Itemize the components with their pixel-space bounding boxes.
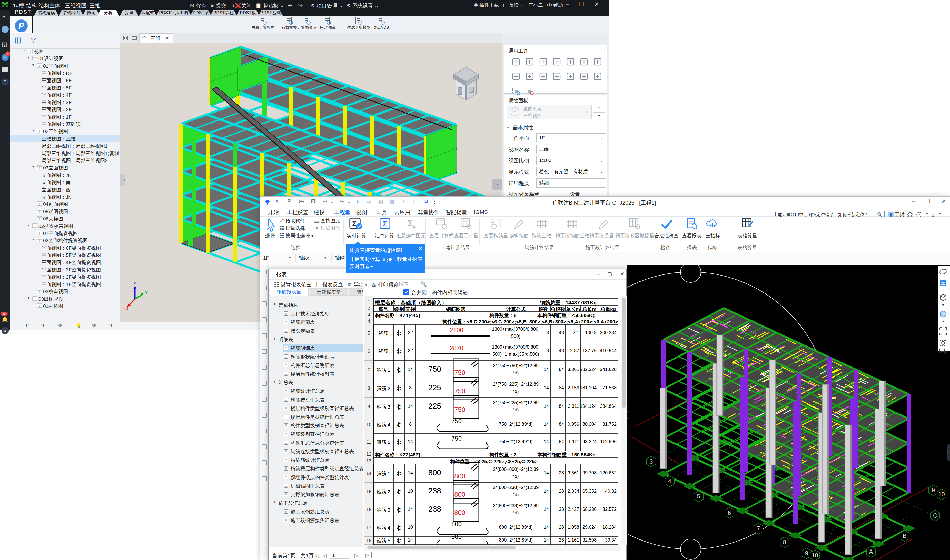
svg-text:C: C	[933, 512, 938, 519]
svg-text:7: 7	[757, 525, 760, 532]
svg-text:2D: 2D	[941, 281, 945, 286]
svg-text:10: 10	[938, 491, 945, 498]
svg-text:9: 9	[932, 487, 935, 494]
svg-text:6: 6	[728, 509, 731, 516]
svg-text:Σ: Σ	[408, 218, 413, 228]
svg-text:X: X	[125, 306, 128, 311]
svg-text:Σ: Σ	[382, 219, 387, 228]
svg-text:4: 4	[668, 478, 671, 485]
svg-text:10: 10	[811, 552, 818, 559]
svg-text:B: B	[902, 532, 907, 539]
svg-text:8: 8	[783, 539, 787, 546]
svg-text:Y: Y	[145, 290, 148, 295]
svg-text:A: A	[869, 548, 873, 555]
svg-text:9: 9	[805, 550, 808, 557]
svg-text:3: 3	[650, 458, 653, 465]
svg-text:Z: Z	[134, 280, 137, 285]
svg-text:5: 5	[697, 493, 700, 500]
